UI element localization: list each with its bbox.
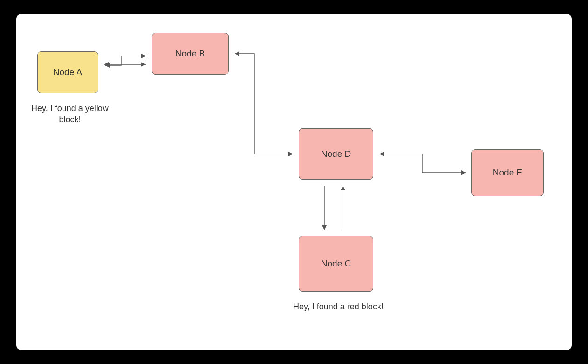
node-d[interactable]: Node D	[299, 128, 373, 180]
diagram-canvas: Node A Node B Node D Node E Node C Hey, …	[16, 14, 572, 350]
edge-dc	[322, 186, 345, 230]
node-b[interactable]: Node B	[152, 33, 229, 75]
node-e[interactable]: Node E	[471, 149, 544, 196]
node-c-label: Node C	[321, 259, 351, 269]
node-c[interactable]: Node C	[299, 236, 373, 292]
node-a-label: Node A	[53, 67, 82, 77]
edge-bd	[235, 51, 293, 156]
edge-ab	[105, 54, 146, 68]
caption-node-c: Hey, I found a red block!	[292, 301, 385, 312]
edge-a-b-route	[104, 54, 146, 69]
node-a[interactable]: Node A	[37, 51, 98, 93]
node-d-label: Node D	[321, 149, 351, 159]
edge-de	[379, 152, 466, 175]
caption-node-a: Hey, I found a yellow block!	[23, 103, 117, 126]
node-e-label: Node E	[493, 168, 522, 178]
node-b-label: Node B	[175, 49, 205, 59]
edge-a-b	[104, 57, 146, 67]
